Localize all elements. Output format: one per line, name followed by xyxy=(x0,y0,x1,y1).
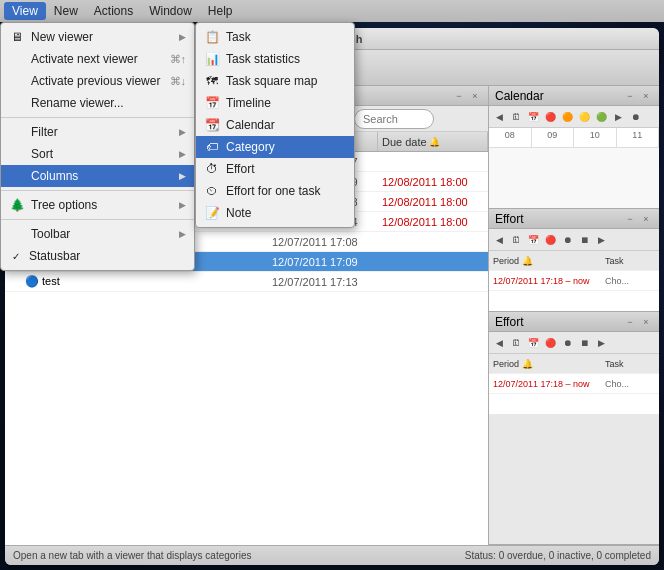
effort-section-1: Effort − × ◀ 🗓 📅 🔴 ⏺ ⏹ ▶ xyxy=(489,209,659,312)
viewer-task[interactable]: 📋 Task xyxy=(196,26,354,48)
menu-activate-prev[interactable]: Activate previous viewer ⌘↓ xyxy=(1,70,194,92)
menu-new-viewer[interactable]: 🖥 New viewer ▶ xyxy=(1,26,194,48)
menu-filter[interactable]: Filter ▶ xyxy=(1,121,194,143)
timeline-icon: 📅 xyxy=(204,95,220,111)
effort-col-headers-1: Period 🔔 Task xyxy=(489,251,659,271)
viewer-task-statistics[interactable]: 📊 Task statistics xyxy=(196,48,354,70)
eff1-tb-4[interactable]: 🔴 xyxy=(542,232,558,248)
effort-data-row-1: 12/07/2011 17:18 – now Cho... xyxy=(489,271,659,291)
toolbar-arrow: ▶ xyxy=(179,229,186,239)
rename-viewer-label: Rename viewer... xyxy=(31,96,186,110)
eff2-tb-2[interactable]: 🗓 xyxy=(508,335,524,351)
activate-prev-shortcut: ⌘↓ xyxy=(170,75,187,88)
cal-ctrl-close[interactable]: × xyxy=(639,89,653,103)
viewer-timeline[interactable]: 📅 Timeline xyxy=(196,92,354,114)
effort-period-header-1: Period 🔔 xyxy=(493,256,605,266)
menu-activate-next[interactable]: Activate next viewer ⌘↑ xyxy=(1,48,194,70)
eff1-tb-7[interactable]: ▶ xyxy=(593,232,609,248)
cal-tb-7[interactable]: 🟢 xyxy=(593,109,609,125)
effort-task-header-2: Task xyxy=(605,359,655,369)
task-due-kill-balloon: 12/08/2011 18:00 xyxy=(378,216,488,228)
menu-new[interactable]: New xyxy=(46,2,86,20)
effort-title-2: Effort xyxy=(495,315,523,329)
menu-statusbar[interactable]: ✓ Statusbar xyxy=(1,245,194,267)
status-bar: Open a new tab with a viewer that displa… xyxy=(5,545,659,565)
viewer-effort-one-task[interactable]: ⏲ Effort for one task xyxy=(196,180,354,202)
cal-tb-8[interactable]: ▶ xyxy=(610,109,626,125)
task-label: Task xyxy=(226,30,346,44)
effort-toolbar-1: ◀ 🗓 📅 🔴 ⏺ ⏹ ▶ xyxy=(489,229,659,251)
cal-tb-9[interactable]: ⏺ xyxy=(627,109,643,125)
task-due-hire-clown: 12/08/2011 18:00 xyxy=(378,196,488,208)
effort-task-header-1: Task xyxy=(605,256,655,266)
task-start-cheese-cake: 12/07/2011 17:09 xyxy=(268,256,378,268)
right-panel: Calendar − × ◀ 🗓 📅 🔴 🟠 🟡 🟢 ▶ ⏺ xyxy=(489,86,659,545)
eff1-tb-3[interactable]: 📅 xyxy=(525,232,541,248)
eff1-tb-6[interactable]: ⏹ xyxy=(576,232,592,248)
eff2-tb-3[interactable]: 📅 xyxy=(525,335,541,351)
viewer-note[interactable]: 📝 Note xyxy=(196,202,354,224)
eff2-tb-6[interactable]: ⏹ xyxy=(576,335,592,351)
task-icon: 📋 xyxy=(204,29,220,45)
cal-tb-4[interactable]: 🔴 xyxy=(542,109,558,125)
activate-next-shortcut: ⌘↑ xyxy=(170,53,187,66)
cal-tb-1[interactable]: ◀ xyxy=(491,109,507,125)
effort2-controls: − × xyxy=(623,315,653,329)
eff1-tb-1[interactable]: ◀ xyxy=(491,232,507,248)
note-label: Note xyxy=(226,206,346,220)
menu-help[interactable]: Help xyxy=(200,2,241,20)
eff1-ctrl-close[interactable]: × xyxy=(639,212,653,226)
search-input[interactable] xyxy=(354,109,434,129)
task-row-test[interactable]: 🔵test12/07/2011 17:13 xyxy=(5,272,488,292)
menu-tree-options[interactable]: 🌲 Tree options ▶ xyxy=(1,194,194,216)
viewer-task-square-map[interactable]: 🗺 Task square map xyxy=(196,70,354,92)
effort-area-1: Period 🔔 Task 12/07/2011 17:18 – now Cho… xyxy=(489,251,659,311)
task-due-fake-birthday: 12/08/2011 18:00 xyxy=(378,176,488,188)
viewer-category[interactable]: 🏷 Category xyxy=(196,136,354,158)
filter-arrow: ▶ xyxy=(179,127,186,137)
cal-tb-2[interactable]: 🗓 xyxy=(508,109,524,125)
eff2-tb-1[interactable]: ◀ xyxy=(491,335,507,351)
eff2-ctrl-close[interactable]: × xyxy=(639,315,653,329)
timeline-label: Timeline xyxy=(226,96,346,110)
eff2-tb-5[interactable]: ⏺ xyxy=(559,335,575,351)
menu-actions[interactable]: Actions xyxy=(86,2,141,20)
cal-tb-6[interactable]: 🟡 xyxy=(576,109,592,125)
effort-label: Effort xyxy=(226,162,346,176)
effort1-controls: − × xyxy=(623,212,653,226)
calendar-hours: 08091011 xyxy=(489,128,659,148)
menu-sort[interactable]: Sort ▶ xyxy=(1,143,194,165)
eff2-tb-7[interactable]: ▶ xyxy=(593,335,609,351)
col-due-icon: 🔔 xyxy=(429,137,440,147)
activate-next-icon xyxy=(9,51,25,67)
menu-window[interactable]: Window xyxy=(141,2,200,20)
eff2-ctrl-collapse[interactable]: − xyxy=(623,315,637,329)
eff1-tb-5[interactable]: ⏺ xyxy=(559,232,575,248)
sep3 xyxy=(1,219,194,220)
calendar-hour-09: 09 xyxy=(532,128,575,147)
effort-header-1: Effort − × xyxy=(489,209,659,229)
columns-arrow: ▶ xyxy=(179,171,186,181)
viewer-effort[interactable]: ⏱ Effort xyxy=(196,158,354,180)
filter-label: Filter xyxy=(31,125,173,139)
filter-icon xyxy=(9,124,25,140)
eff1-tb-2[interactable]: 🗓 xyxy=(508,232,524,248)
category-label: Category xyxy=(226,140,346,154)
viewer-calendar[interactable]: 📆 Calendar xyxy=(196,114,354,136)
eff1-ctrl-collapse[interactable]: − xyxy=(623,212,637,226)
menu-view[interactable]: View xyxy=(4,2,46,20)
calendar-title: Calendar xyxy=(495,89,544,103)
panel-ctrl-close[interactable]: × xyxy=(468,89,482,103)
menu-toolbar[interactable]: Toolbar ▶ xyxy=(1,223,194,245)
calendar-header: Calendar − × xyxy=(489,86,659,106)
view-menu: 🖥 New viewer ▶ Activate next viewer ⌘↑ A… xyxy=(0,22,195,271)
menu-columns[interactable]: Columns ▶ xyxy=(1,165,194,187)
task-square-map-icon: 🗺 xyxy=(204,73,220,89)
cal-tb-3[interactable]: 📅 xyxy=(525,109,541,125)
panel-ctrl-collapse[interactable]: − xyxy=(452,89,466,103)
cal-ctrl-collapse[interactable]: − xyxy=(623,89,637,103)
menu-rename-viewer[interactable]: Rename viewer... xyxy=(1,92,194,114)
sep1 xyxy=(1,117,194,118)
eff2-tb-4[interactable]: 🔴 xyxy=(542,335,558,351)
cal-tb-5[interactable]: 🟠 xyxy=(559,109,575,125)
